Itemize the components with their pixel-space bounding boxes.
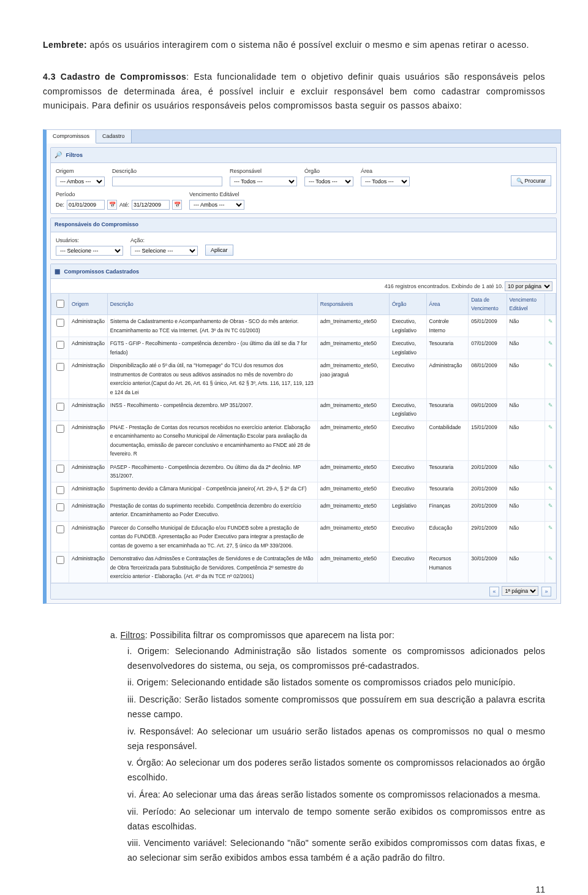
cell-orgao: Executivo bbox=[389, 460, 426, 482]
lembrete-label: Lembrete: bbox=[43, 40, 87, 50]
btn-aplicar[interactable]: Aplicar bbox=[205, 245, 233, 256]
grid-col-header bbox=[51, 293, 69, 315]
cell-responsaveis: adm_treinamento_ete50 bbox=[317, 521, 389, 552]
checkbox-row[interactable] bbox=[56, 341, 64, 349]
select-responsavel[interactable]: --- Todos --- bbox=[230, 177, 297, 186]
edit-icon[interactable]: ✎ bbox=[548, 402, 553, 408]
calendar-icon[interactable]: 📅 bbox=[172, 200, 182, 210]
cell-venc: Não bbox=[507, 482, 545, 499]
table-row: AdministraçãoPrestação de contas do supr… bbox=[51, 499, 556, 521]
cell-data: 20/01/2009 bbox=[469, 482, 507, 499]
list-item: vi. Área: Ao selecionar uma das áreas se… bbox=[127, 788, 545, 802]
edit-icon[interactable]: ✎ bbox=[548, 362, 553, 368]
list-item: ii. Origem: Selecionando entidade são li… bbox=[127, 676, 545, 690]
cell-orgao: Legislativo bbox=[389, 499, 426, 521]
select-usuarios[interactable]: --- Selecione --- bbox=[56, 246, 123, 256]
checkbox-row[interactable] bbox=[56, 556, 64, 564]
pager-prev-icon[interactable]: « bbox=[489, 587, 499, 596]
edit-icon[interactable]: ✎ bbox=[548, 503, 553, 509]
cell-origem: Administração bbox=[69, 398, 108, 421]
tab-cadastro[interactable]: Cadastro bbox=[96, 130, 132, 143]
input-date-de[interactable] bbox=[67, 200, 105, 210]
table-row: AdministraçãoParecer do Conselho Municip… bbox=[51, 521, 556, 552]
cell-orgao: Executivo bbox=[389, 552, 426, 583]
list-item-marker: i. bbox=[127, 646, 138, 656]
list-item-marker: iii. bbox=[127, 695, 139, 704]
edit-icon[interactable]: ✎ bbox=[548, 318, 553, 324]
edit-icon[interactable]: ✎ bbox=[548, 525, 553, 531]
label-acao: Ação: bbox=[130, 236, 198, 245]
select-acao[interactable]: --- Selecione --- bbox=[130, 246, 198, 256]
panel-filtros-header: 🔎 Filtros bbox=[51, 148, 556, 162]
tab-bar: Compromissos Cadastro bbox=[47, 130, 560, 143]
tab-compromissos[interactable]: Compromissos bbox=[47, 130, 96, 143]
edit-icon[interactable]: ✎ bbox=[548, 486, 553, 492]
list-item-text: Vencimento variável: Selecionando "não" … bbox=[127, 838, 545, 863]
table-row: AdministraçãoPASEP - Recolhimento - Comp… bbox=[51, 460, 556, 482]
lembrete-paragraph: Lembrete: após os usuários interagirem c… bbox=[43, 38, 545, 53]
cell-area: Administração bbox=[426, 359, 469, 399]
list-item-text: Descrição: Serão listados somente compro… bbox=[127, 695, 545, 719]
section-title-bold: Cadastro de Compromissos bbox=[61, 72, 187, 82]
calendar-icon[interactable]: 📅 bbox=[107, 200, 117, 210]
cell-descricao: FGTS - GFIP - Recolhimento - competência… bbox=[107, 337, 317, 359]
table-row: AdministraçãoSistema de Cadastramento e … bbox=[51, 315, 556, 337]
item-a-rest: : Possibilita filtrar os compromissos qu… bbox=[145, 630, 394, 640]
checkbox-row[interactable] bbox=[56, 363, 64, 371]
checkbox-row[interactable] bbox=[56, 486, 64, 494]
cell-orgao: Executivo, Legislativo bbox=[389, 315, 426, 337]
cell-venc: Não bbox=[507, 460, 545, 482]
cell-responsaveis: adm_treinamento_ete50 bbox=[317, 552, 389, 583]
embedded-screenshot: Compromissos Cadastro 🔎 Filtros Origem -… bbox=[43, 129, 545, 604]
pager-next-icon[interactable]: » bbox=[541, 587, 551, 596]
checkbox-row[interactable] bbox=[56, 403, 64, 411]
select-origem[interactable]: --- Ambos --- bbox=[56, 177, 105, 186]
cell-origem: Administração bbox=[69, 521, 108, 552]
checkbox-row[interactable] bbox=[56, 465, 64, 473]
cell-area: Tesouraria bbox=[426, 398, 469, 421]
checkbox-row[interactable] bbox=[56, 525, 64, 533]
edit-icon[interactable]: ✎ bbox=[548, 424, 553, 430]
edit-icon[interactable]: ✎ bbox=[548, 340, 553, 346]
edit-icon[interactable]: ✎ bbox=[548, 555, 553, 562]
cell-venc: Não bbox=[507, 315, 545, 337]
marker-a: a. bbox=[110, 630, 118, 640]
item-a: a. Filtros: Possibilita filtrar os compr… bbox=[110, 628, 545, 866]
cell-origem: Administração bbox=[69, 337, 108, 359]
cell-area: Educação bbox=[426, 521, 469, 552]
cell-orgao: Executivo bbox=[389, 521, 426, 552]
checkbox-row[interactable] bbox=[56, 425, 64, 433]
select-area[interactable]: --- Todos --- bbox=[361, 177, 410, 186]
label-de: De: bbox=[56, 200, 64, 210]
item-a-lead: Filtros bbox=[120, 630, 145, 640]
list-item: i. Origem: Selecionando Administração sã… bbox=[127, 644, 545, 674]
cell-descricao: Prestação de contas do suprimento recebi… bbox=[107, 499, 317, 521]
list-item-marker: vi. bbox=[127, 790, 139, 799]
cell-data: 29/01/2009 bbox=[469, 521, 507, 552]
checkbox-all[interactable] bbox=[56, 300, 64, 308]
grid-col-header: Órgão bbox=[389, 293, 426, 315]
cell-responsaveis: adm_treinamento_ete50 bbox=[317, 315, 389, 337]
pager-page-select[interactable]: 1ª página bbox=[502, 586, 538, 596]
panel-grid-title: Compromissos Cadastrados bbox=[64, 268, 140, 275]
cell-descricao: Demonstrativo das Admissões e Contrataçõ… bbox=[107, 552, 317, 583]
input-descricao[interactable] bbox=[112, 177, 222, 186]
select-per-page[interactable]: 10 por página bbox=[505, 281, 552, 291]
cell-descricao: PNAE - Prestação de Contas dos recursos … bbox=[107, 421, 317, 460]
cell-origem: Administração bbox=[69, 552, 108, 583]
edit-icon[interactable]: ✎ bbox=[548, 464, 553, 470]
label-origem: Origem bbox=[56, 167, 105, 176]
label-ate: Até: bbox=[119, 200, 129, 210]
table-row: AdministraçãoSuprimento devido a Câmara … bbox=[51, 482, 556, 499]
grid-header-row: OrigemDescriçãoResponsáveisÓrgãoÁreaData… bbox=[51, 293, 556, 315]
input-date-ate[interactable] bbox=[132, 200, 170, 210]
checkbox-row[interactable] bbox=[56, 503, 64, 511]
checkbox-row[interactable] bbox=[56, 319, 64, 327]
select-venc-editavel[interactable]: --- Ambos --- bbox=[189, 200, 244, 210]
btn-procurar[interactable]: 🔍 Procurar bbox=[511, 175, 551, 186]
cell-area: Tesouraria bbox=[426, 482, 469, 499]
cell-data: 05/01/2009 bbox=[469, 315, 507, 337]
lembrete-text: após os usuários interagirem com o siste… bbox=[90, 40, 529, 50]
select-orgao[interactable]: --- Todos --- bbox=[304, 177, 353, 186]
grid-col-header: Área bbox=[426, 293, 469, 315]
